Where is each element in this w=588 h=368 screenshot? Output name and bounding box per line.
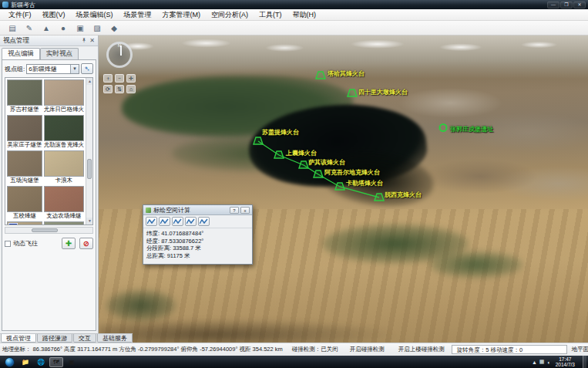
dynamic-fly-checkbox[interactable] (5, 241, 11, 247)
polyline-icon[interactable] (146, 217, 157, 226)
map-site-label[interactable]: 阿克吾尔地克烽火台 (324, 168, 380, 177)
map-site-label[interactable]: 萨其该烽火台 (308, 158, 345, 167)
beacon-tower-icon[interactable] (274, 150, 284, 159)
menu-item[interactable]: 场景管理 (119, 9, 157, 21)
show-desktop-button[interactable] (583, 356, 586, 368)
zoom-out-icon[interactable]: － (115, 74, 124, 83)
viewpoint-thumb[interactable]: 吴家庄子燧堡 (7, 115, 42, 149)
viewpoint-thumbnail-image (7, 115, 42, 141)
map-site-label[interactable]: 张郭庄戍堡遗址 (450, 125, 493, 133)
bottom-tab-视点管理[interactable]: 视点管理 (1, 334, 36, 343)
clear-polyline-icon[interactable] (198, 217, 210, 226)
menu-item[interactable]: 空间分析(A) (206, 9, 254, 21)
viewpoint-thumb[interactable]: 尤勒滚鲁克烽火 (44, 115, 85, 149)
terrain-icon[interactable]: ▲ (40, 22, 52, 34)
export-icon[interactable]: ▨ (91, 22, 103, 34)
browser-icon[interactable]: 🌐 (34, 357, 48, 367)
beacon-tower-icon[interactable] (253, 137, 264, 145)
pan-icon[interactable]: ✛ (126, 74, 136, 83)
bottom-tab-交互[interactable]: 交互 (73, 334, 96, 343)
map-site-label[interactable]: 卡勒塔烽火台 (346, 179, 383, 187)
beacon-tower-icon[interactable] (313, 170, 324, 178)
menu-item[interactable]: 帮助(H) (287, 9, 322, 21)
media-app-icon[interactable]: ▣ (65, 357, 79, 367)
scrollbar-thumb[interactable] (87, 159, 92, 179)
beacon-tower-icon[interactable] (334, 182, 345, 191)
new-scene-icon[interactable]: ▤ (6, 22, 18, 34)
snapshot-icon[interactable]: ▣ (74, 22, 86, 34)
tab-实时视点[interactable]: 实时视点 (40, 48, 79, 59)
beacon-tower-icon[interactable] (298, 160, 309, 169)
scroll-up-icon[interactable]: ▲ (86, 78, 93, 85)
viewpoint-thumb[interactable]: 浏览 (44, 221, 85, 225)
map-site-label[interactable]: 上囊烽火台 (286, 149, 317, 157)
viewpoint-thumbnail-image (44, 221, 85, 225)
viewpoint-thumbnail-image (7, 150, 42, 177)
bottom-tab-路径漫游[interactable]: 路径漫游 (37, 334, 72, 343)
chevron-down-icon[interactable]: ▼ (70, 65, 79, 73)
viewpoint-thumb[interactable]: 五场沟燧堡 (7, 150, 42, 184)
viewpoint-thumb[interactable]: 尤库日巴格烽火 (44, 79, 85, 113)
menu-item[interactable]: 场景编辑(S) (71, 9, 119, 21)
active-app-icon[interactable]: 🗺 (49, 357, 63, 367)
close-button[interactable]: ✕ (573, 2, 586, 8)
volume-icon[interactable]: ◖ (546, 360, 549, 365)
add-viewpoint-button[interactable]: ✚ (62, 238, 76, 249)
minimize-button[interactable]: — (547, 2, 559, 8)
viewpoint-thumb[interactable]: ▲自流井村烽燧 (7, 221, 42, 225)
tray-up-arrow-icon[interactable]: ▲ (532, 360, 537, 365)
map-site-label[interactable]: 苏盖提烽火台 (262, 128, 299, 137)
site-ring-icon[interactable] (438, 123, 449, 132)
bottom-tab-基础服务[interactable]: 基础服务 (97, 334, 133, 343)
globe-icon[interactable]: ● (57, 22, 69, 34)
measure-dialog[interactable]: 标绘空间计算 ? x 纬度: 41.0716887484°经度: 87.5330… (143, 204, 253, 265)
edit-scene-icon[interactable]: ✎ (23, 22, 35, 34)
viewpoint-thumb[interactable]: 支边农场烽燧 (44, 186, 85, 220)
enable-collision-button[interactable]: 开启碰撞检测 (348, 346, 387, 353)
explorer-icon[interactable]: 📁 (18, 357, 32, 367)
network-icon[interactable]: ▦ (539, 359, 545, 365)
enable-stairs-collision-button[interactable]: 开启上楼碰撞检测 (396, 346, 447, 353)
map-site-label[interactable]: 四十里大墩烽火台 (358, 88, 408, 96)
horizontal-scrollbar[interactable] (5, 227, 93, 234)
viewpoint-thumb[interactable]: 苏吉村燧堡 (7, 79, 42, 113)
viewpoint-thumb[interactable]: 卡浪木 (44, 150, 85, 184)
map-site-label[interactable]: 塔哈其烽火台 (328, 69, 365, 78)
maximize-button[interactable]: ❐ (560, 2, 573, 8)
zoom-in-icon[interactable]: ＋ (103, 74, 113, 83)
beacon-tower-icon[interactable] (374, 193, 385, 201)
beacon-tower-icon[interactable] (315, 71, 326, 79)
viewpoint-thumb[interactable]: 五校烽燧 (7, 186, 42, 220)
menu-item[interactable]: 文件(F) (3, 9, 37, 21)
start-button[interactable] (5, 357, 15, 367)
pin-icon[interactable]: 🖈 (81, 37, 87, 44)
dialog-help-button[interactable]: ? (230, 207, 239, 214)
taskbar-clock[interactable]: 17:47 2014/7/3 (553, 356, 578, 367)
map-site-label[interactable]: 脱西克烽火台 (385, 191, 422, 199)
menu-item[interactable]: 工具(T) (254, 9, 287, 21)
scroll-down-icon[interactable]: ▼ (86, 218, 93, 225)
hscrollbar-thumb[interactable] (32, 228, 58, 232)
menu-item[interactable]: 视图(V) (37, 9, 71, 21)
speed-settings-box[interactable]: 旋转角度：5 移动速度：0 (452, 345, 567, 354)
save-icon[interactable] (185, 217, 197, 226)
dialog-close-button[interactable]: x (240, 207, 250, 214)
compass-control[interactable]: N (106, 42, 133, 68)
beacon-tower-icon[interactable] (347, 89, 358, 97)
viewpoint-group-select[interactable]: 6新疆烽燧 ▼ (26, 64, 79, 74)
map-3d-view[interactable]: 塔哈其烽火台四十里大墩烽火台张郭庄戍堡遗址苏盖提烽火台上囊烽火台萨其该烽火台阿克… (99, 35, 588, 343)
tilt-icon[interactable]: ⇅ (115, 85, 124, 93)
viewpoint-thumb-label: 卡浪木 (44, 177, 85, 184)
menu-item[interactable]: 方案管理(M) (157, 9, 207, 21)
rotate-icon[interactable]: ⟳ (103, 85, 113, 93)
polyline-area-icon[interactable] (159, 217, 170, 226)
model-icon[interactable]: ◆ (108, 22, 120, 34)
home-icon[interactable]: ⌂ (126, 85, 136, 93)
delete-viewpoint-button[interactable]: ⊘ (79, 238, 93, 249)
close-icon[interactable]: ✕ (89, 37, 95, 44)
vertical-scrollbar[interactable]: ▲ ▼ (86, 78, 92, 225)
tab-视点编辑[interactable]: 视点编辑 (2, 48, 40, 59)
fly-to-button[interactable]: ➴ (81, 63, 93, 74)
filter-icon[interactable] (172, 217, 183, 226)
measure-dialog-titlebar[interactable]: 标绘空间计算 ? x (143, 205, 252, 215)
